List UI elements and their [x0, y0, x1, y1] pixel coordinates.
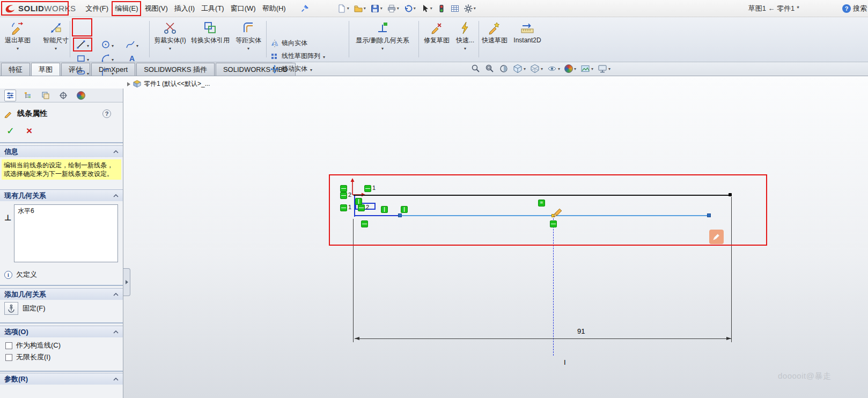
- arc-tool-caret-icon[interactable]: [112, 54, 114, 63]
- exit-sketch-button[interactable]: 退出草图: [1, 19, 34, 61]
- view-orientation-button[interactable]: [513, 64, 526, 73]
- dimxpert-manager-tab[interactable]: [57, 90, 69, 101]
- dimension-value[interactable]: 91: [577, 327, 585, 335]
- view-settings-button[interactable]: [598, 64, 610, 73]
- rapid-sketch-button[interactable]: 快速草图: [481, 19, 509, 61]
- save-button[interactable]: [369, 3, 384, 14]
- pin-menu-icon[interactable]: [301, 4, 309, 12]
- smart-dimension-caret-icon[interactable]: [55, 44, 57, 51]
- menu-view[interactable]: 视图(V): [141, 1, 171, 16]
- move-entities-button[interactable]: 移动实体: [270, 64, 312, 73]
- menu-tools[interactable]: 工具(T): [198, 1, 227, 16]
- panel-flyout-handle[interactable]: [123, 268, 130, 296]
- move-entities-caret-icon[interactable]: [310, 65, 312, 73]
- mirror-entities-button[interactable]: 镜向实体: [270, 39, 307, 48]
- dimension-line[interactable]: [355, 338, 731, 339]
- rectangle-tool-button[interactable]: [73, 51, 92, 65]
- relation-list-item[interactable]: 水平6: [14, 205, 117, 217]
- display-delete-relations-caret-icon[interactable]: [381, 44, 384, 51]
- offset-entities-caret-icon[interactable]: [247, 44, 249, 51]
- select-button[interactable]: [419, 3, 434, 14]
- trim-entities-button[interactable]: 剪裁实体(I): [151, 19, 189, 61]
- display-style-button[interactable]: [530, 64, 543, 73]
- parameters-section-header[interactable]: 参数(R): [0, 373, 123, 385]
- section-view-button[interactable]: [499, 64, 509, 73]
- infinite-length-option[interactable]: 无限长度(I): [5, 352, 50, 362]
- menu-help[interactable]: 帮助(H): [259, 1, 289, 16]
- circle-tool-caret-icon[interactable]: [112, 40, 114, 49]
- confirmation-corner-button[interactable]: [709, 230, 724, 244]
- arc-tool-button[interactable]: [98, 51, 117, 65]
- line-tool-caret-icon[interactable]: [87, 40, 89, 49]
- menu-insert[interactable]: 插入(I): [171, 1, 198, 16]
- tree-expand-icon[interactable]: [127, 82, 130, 86]
- tab-features[interactable]: 特征: [1, 63, 30, 76]
- menu-edit[interactable]: 编辑(E): [112, 1, 141, 16]
- convert-entities-button[interactable]: 转换实体引用: [189, 19, 232, 61]
- construction-line-checkbox[interactable]: [5, 342, 12, 349]
- cancel-button[interactable]: ×: [26, 125, 32, 137]
- sketch-line-top[interactable]: [354, 195, 731, 196]
- ok-button[interactable]: ✓: [6, 125, 14, 137]
- info-section-header[interactable]: 信息: [0, 145, 123, 157]
- existing-relations-listbox[interactable]: 水平6: [14, 204, 118, 262]
- tab-sketch[interactable]: 草图: [31, 63, 60, 76]
- zoom-to-area-button[interactable]: [485, 64, 495, 73]
- sketch-line-bottom-left[interactable]: [354, 215, 401, 216]
- rectangle-tool-caret-icon[interactable]: [87, 54, 89, 63]
- existing-relations-header[interactable]: 现有几何关系: [0, 189, 123, 201]
- sketch-notch-rectangle[interactable]: [355, 203, 376, 210]
- menu-file[interactable]: 文件(F): [83, 1, 112, 16]
- new-document-button[interactable]: [336, 3, 351, 14]
- exit-sketch-caret-icon[interactable]: [17, 44, 19, 51]
- instant2d-button[interactable]: Instant2D: [511, 19, 544, 61]
- linear-pattern-caret-icon[interactable]: [323, 53, 325, 60]
- feature-tree-tab[interactable]: [22, 90, 34, 101]
- configuration-manager-tab[interactable]: [40, 90, 52, 101]
- rebuild-button[interactable]: [436, 3, 447, 14]
- quick-snaps-button[interactable]: 快速...: [453, 19, 477, 61]
- fix-relation-button[interactable]: [4, 302, 18, 315]
- graphics-viewport[interactable]: [0, 76, 868, 398]
- edit-appearance-button[interactable]: [564, 64, 576, 73]
- display-delete-relations-button[interactable]: 显示/删除几何关系: [352, 19, 413, 61]
- spline-tool-button[interactable]: [122, 38, 142, 51]
- evaluate-grid-button[interactable]: [449, 3, 461, 14]
- fix-relation-row[interactable]: 固定(F): [4, 302, 46, 315]
- options-section-header[interactable]: 选项(O): [0, 326, 123, 337]
- open-document-button[interactable]: [352, 3, 367, 14]
- sketch-endpoint[interactable]: [729, 193, 732, 196]
- offset-entities-button[interactable]: 等距实体: [235, 19, 262, 61]
- slot-tool-button[interactable]: [73, 65, 92, 79]
- menu-window[interactable]: 窗口(W): [227, 1, 259, 16]
- print-button[interactable]: [386, 3, 401, 14]
- search-box[interactable]: 搜索: [842, 0, 867, 17]
- property-manager-tab[interactable]: [4, 90, 16, 101]
- slot-tool-caret-icon[interactable]: [87, 68, 89, 77]
- linear-pattern-button[interactable]: 线性草图阵列: [270, 51, 325, 61]
- fillet-tool-caret-icon[interactable]: [112, 68, 114, 77]
- sketch-endpoint[interactable]: [707, 213, 711, 217]
- hide-show-items-button[interactable]: [547, 64, 560, 73]
- fillet-tool-button[interactable]: [98, 65, 117, 79]
- trim-entities-caret-icon[interactable]: [169, 44, 171, 51]
- quick-snaps-caret-icon[interactable]: [464, 44, 466, 51]
- spline-tool-caret-icon[interactable]: [136, 40, 138, 49]
- smart-dimension-button[interactable]: 智能尺寸: [39, 19, 73, 61]
- infinite-length-checkbox[interactable]: [5, 354, 12, 361]
- help-icon[interactable]: [102, 109, 111, 118]
- line-tool-button[interactable]: [73, 38, 92, 51]
- sketch-endpoint[interactable]: [398, 213, 402, 217]
- construction-line-option[interactable]: 作为构造线(C): [5, 341, 61, 350]
- circle-tool-button[interactable]: [98, 38, 117, 51]
- tab-solidworks-addins[interactable]: SOLIDWORKS 插件: [136, 63, 215, 76]
- zoom-fit-button[interactable]: [471, 64, 481, 73]
- repair-sketch-button[interactable]: 修复草图: [423, 19, 451, 61]
- feature-tree-root[interactable]: 零件1 (默认<<默认>_...: [127, 79, 210, 89]
- options-button[interactable]: [462, 3, 477, 14]
- text-tool-button[interactable]: [122, 51, 142, 65]
- undo-button[interactable]: [402, 3, 417, 14]
- display-manager-tab[interactable]: [75, 90, 87, 101]
- add-relations-header[interactable]: 添加几何关系: [0, 288, 123, 300]
- apply-scene-button[interactable]: [580, 64, 593, 73]
